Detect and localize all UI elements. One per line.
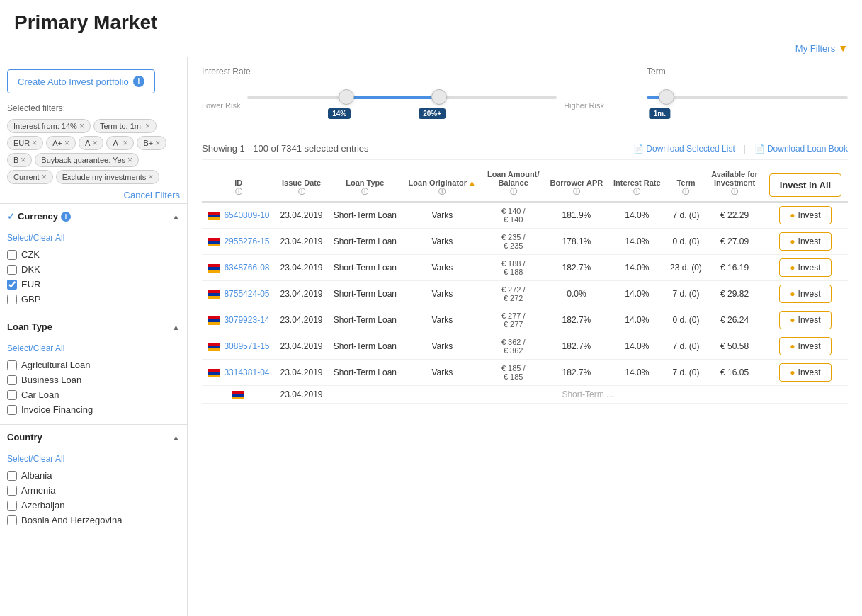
loan-type-business-item[interactable]: Business Loan: [7, 372, 180, 387]
remove-filter-icon[interactable]: ×: [127, 155, 132, 165]
currency-dkk-item[interactable]: DKK: [7, 262, 180, 277]
auto-invest-button[interactable]: Create Auto Invest portfolio i: [7, 69, 155, 93]
loan-id-link[interactable]: 6540809-10: [224, 210, 269, 220]
loan-id-link[interactable]: 3314381-04: [224, 367, 269, 377]
loan-type-section-header[interactable]: Loan Type ▲: [0, 314, 187, 339]
remove-filter-icon[interactable]: ×: [92, 138, 97, 148]
currency-gbp-item[interactable]: GBP: [7, 292, 180, 307]
interest-rate-thumb-2[interactable]: 20%+: [431, 89, 447, 105]
col-loan-originator[interactable]: Loan Originator ▲ ⓘ: [402, 166, 482, 202]
loan-type-car-item[interactable]: Car Loan: [7, 387, 180, 402]
term-thumb-1[interactable]: 1m.: [659, 89, 674, 105]
currency-section-header[interactable]: ✓ Currency i ▲: [0, 204, 187, 229]
interest-rate-thumb-1[interactable]: 14%: [339, 89, 354, 105]
filter-tag[interactable]: B+ ×: [137, 136, 166, 150]
country-section: Country ▲ Select/Clear All Albania Armen…: [0, 424, 187, 535]
filter-tag[interactable]: Current ×: [7, 170, 53, 184]
table-row: 8755424-05 23.04.2019 Short-Term Loan Va…: [202, 281, 848, 307]
invest-button[interactable]: ● Invest: [779, 337, 831, 355]
download-icon: 📄: [633, 144, 644, 154]
interest-rate-fill: [346, 96, 439, 99]
country-select-clear-all[interactable]: Select/Clear All: [7, 452, 180, 468]
entries-count: Showing 1 - 100 of 7341 selected entries: [202, 143, 369, 154]
loan-id-link[interactable]: 2955276-15: [224, 236, 269, 246]
filter-tag[interactable]: Term to: 1m. ×: [93, 119, 157, 133]
loan-id-link[interactable]: 3079923-14: [224, 315, 269, 325]
filter-tag[interactable]: Exclude my investments ×: [56, 170, 160, 184]
loan-id-link[interactable]: 3089571-15: [224, 341, 269, 351]
currency-info-icon[interactable]: i: [61, 212, 71, 222]
country-albania-item[interactable]: Albania: [7, 468, 180, 483]
interest-rate-slider[interactable]: 14% 20%+: [247, 88, 557, 123]
invest-button[interactable]: ● Invest: [779, 232, 831, 251]
filter-tag[interactable]: Interest from: 14% ×: [7, 119, 91, 133]
remove-filter-icon[interactable]: ×: [145, 121, 150, 131]
currency-eur-item[interactable]: EUR: [7, 277, 180, 292]
remove-filter-icon[interactable]: ×: [123, 138, 127, 148]
interest-rate-slider-group: Interest Rate Lower Risk 14%: [202, 67, 604, 123]
loan-type-select-clear-all[interactable]: Select/Clear All: [7, 342, 180, 358]
remove-filter-icon[interactable]: ×: [64, 138, 69, 148]
country-azerbaijan-item[interactable]: Azerbaijan: [7, 498, 180, 513]
remove-filter-icon[interactable]: ×: [155, 138, 160, 148]
col-issue-date: Issue Date ⓘ: [276, 166, 328, 202]
cancel-filters-link[interactable]: Cancel Filters: [124, 190, 180, 200]
invest-button[interactable]: ● Invest: [779, 258, 831, 277]
filter-tag[interactable]: A+ ×: [46, 136, 76, 150]
country-bosnia-checkbox[interactable]: [7, 515, 17, 525]
filter-tags-container: Interest from: 14% × Term to: 1m. × EUR …: [0, 116, 187, 187]
info-icon[interactable]: i: [133, 76, 144, 87]
currency-czk-item[interactable]: CZK: [7, 247, 180, 262]
term-slider[interactable]: 1m.: [647, 88, 848, 123]
invest-button[interactable]: ● Invest: [779, 285, 831, 303]
invest-button[interactable]: ● Invest: [779, 363, 831, 382]
country-albania-checkbox[interactable]: [7, 471, 17, 481]
currency-select-clear-all[interactable]: Select/Clear All: [7, 232, 180, 247]
filter-tag[interactable]: EUR ×: [7, 136, 43, 150]
remove-filter-icon[interactable]: ×: [32, 138, 37, 148]
country-armenia-checkbox[interactable]: [7, 486, 17, 496]
loan-type-business-checkbox[interactable]: [7, 375, 17, 385]
download-selected-list-link[interactable]: 📄 Download Selected List: [633, 144, 735, 154]
remove-filter-icon[interactable]: ×: [21, 155, 25, 165]
loan-type-section-title: Loan Type: [7, 321, 52, 332]
loan-type-invoice-checkbox[interactable]: [7, 405, 17, 415]
currency-gbp-checkbox[interactable]: [7, 295, 17, 304]
filter-tag[interactable]: Buyback guarantee: Yes ×: [35, 153, 139, 167]
filter-tag[interactable]: A- ×: [106, 136, 134, 150]
download-links: 📄 Download Selected List | 📄 Download Lo…: [633, 144, 848, 154]
loan-type-invoice-item[interactable]: Invoice Financing: [7, 402, 180, 417]
country-bosnia-item[interactable]: Bosnia And Herzegovina: [7, 513, 180, 527]
page-title: Primary Market: [14, 11, 848, 34]
currency-czk-checkbox[interactable]: [7, 250, 17, 260]
filter-tag[interactable]: B ×: [7, 153, 32, 167]
loan-id-link[interactable]: 6348766-08: [224, 263, 269, 273]
coin-icon: ●: [790, 263, 795, 273]
currency-eur-checkbox[interactable]: [7, 280, 17, 290]
remove-filter-icon[interactable]: ×: [42, 172, 47, 182]
remove-filter-icon[interactable]: ×: [79, 121, 84, 131]
download-loan-book-link[interactable]: 📄 Download Loan Book: [754, 144, 848, 154]
loan-type-agricultural-item[interactable]: Agricultural Loan: [7, 358, 180, 372]
remove-filter-icon[interactable]: ×: [148, 172, 153, 182]
currency-dkk-checkbox[interactable]: [7, 265, 17, 275]
loan-type-car-checkbox[interactable]: [7, 390, 17, 400]
loan-id-link[interactable]: 8755424-05: [224, 289, 269, 299]
country-armenia-item[interactable]: Armenia: [7, 483, 180, 498]
invest-button[interactable]: ● Invest: [779, 206, 831, 224]
country-section-body: Select/Clear All Albania Armenia Azerbai…: [0, 450, 187, 535]
country-azerbaijan-checkbox[interactable]: [7, 501, 17, 511]
loan-type-collapse-icon[interactable]: ▲: [172, 323, 180, 331]
loan-type-agricultural-checkbox[interactable]: [7, 360, 17, 370]
col-borrower-apr: Borrower APR ⓘ: [545, 166, 608, 202]
country-collapse-icon[interactable]: ▲: [172, 433, 180, 442]
right-panel: Interest Rate Lower Risk 14%: [188, 57, 862, 616]
filter-tag[interactable]: A ×: [79, 136, 103, 150]
country-section-header[interactable]: Country ▲: [0, 425, 187, 450]
invest-button[interactable]: ● Invest: [779, 311, 831, 329]
col-loan-amount: Loan Amount/Balance ⓘ: [482, 166, 545, 202]
currency-collapse-icon[interactable]: ▲: [172, 212, 180, 221]
my-filters-button[interactable]: My Filters ▼: [795, 42, 848, 54]
coin-icon: ●: [790, 315, 795, 325]
invest-all-button[interactable]: Invest in All: [769, 173, 841, 197]
